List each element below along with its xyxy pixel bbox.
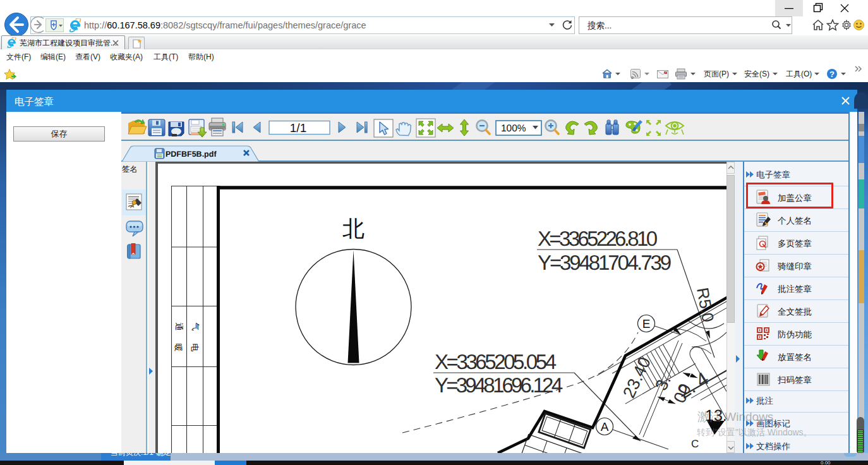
svg-text:电: 电 [190,344,200,352]
svg-text:批注: 批注 [756,396,774,406]
svg-text:多页签章: 多页签章 [778,239,812,248]
svg-text:100%: 100% [501,123,526,134]
svg-text:R5.0: R5.0 [693,286,718,323]
svg-text:全文签批: 全文签批 [778,307,812,317]
svg-text:批注签章: 批注签章 [778,284,812,294]
svg-text:文档操作: 文档操作 [756,442,791,451]
svg-text:防伪功能: 防伪功能 [778,330,812,339]
svg-text:扫码签章: 扫码签章 [777,375,812,385]
svg-text:电子签章: 电子签章 [756,170,790,179]
svg-text:1/1: 1/1 [290,122,306,135]
svg-text:C: C [691,438,699,450]
svg-text:Y=39481696.124: Y=39481696.124 [435,373,563,397]
svg-text:PDFBF5B.pdf: PDFBF5B.pdf [166,150,217,159]
svg-text:E: E [642,318,651,331]
svg-text:X=3365226.810: X=3365226.810 [538,227,658,250]
svg-text:北: 北 [342,217,365,241]
svg-text:A: A [601,421,609,434]
svg-text:3.: 3. [651,372,675,393]
svg-text:暖: 暖 [174,344,183,352]
svg-text:气: 气 [191,323,200,331]
svg-text:个人签名: 个人签名 [778,216,812,226]
svg-text:骑缝印章: 骑缝印章 [778,262,812,271]
svg-text:X=3365205.054: X=3365205.054 [435,350,557,373]
svg-text:Y=39481704.739: Y=39481704.739 [538,251,672,274]
svg-text:?: ? [829,69,835,79]
svg-text:放置签名: 放置签名 [778,353,812,362]
svg-text:通: 通 [174,323,184,331]
